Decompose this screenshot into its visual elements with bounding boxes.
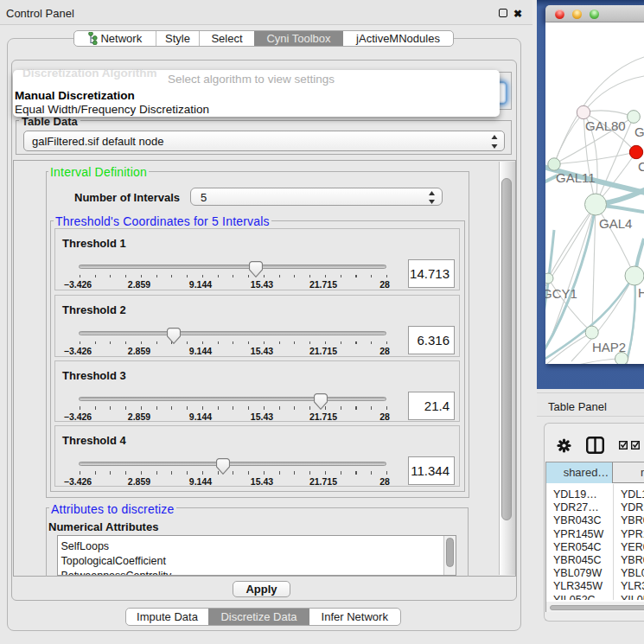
svg-text:H: H: [638, 285, 644, 300]
svg-text:GAL4: GAL4: [599, 216, 632, 231]
svg-text:HAP2: HAP2: [592, 340, 626, 354]
svg-text:GAL11: GAL11: [556, 170, 596, 185]
svg-text:C: C: [638, 159, 644, 174]
svg-text:GCY1: GCY1: [545, 286, 577, 301]
svg-text:GAL80: GAL80: [585, 118, 626, 133]
svg-text:GA: GA: [634, 124, 644, 139]
